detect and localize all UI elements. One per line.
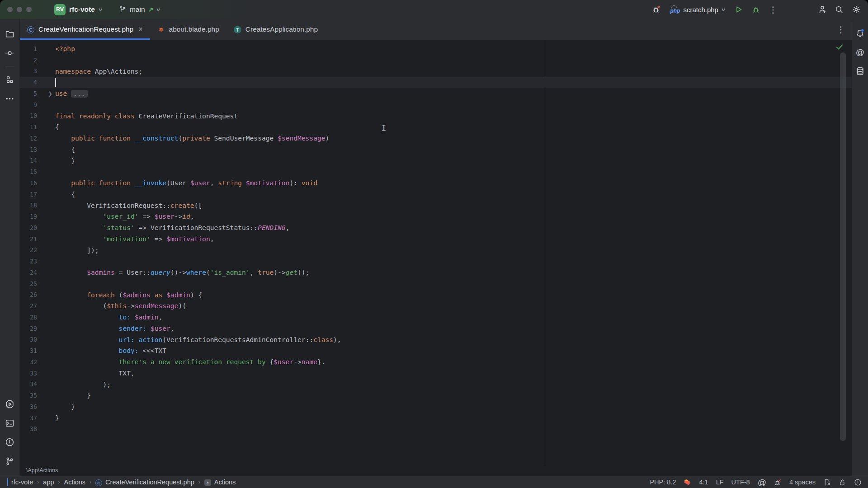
line-number[interactable]: 37: [20, 415, 45, 422]
code-line[interactable]: 27 ($this->sendMessage)(: [20, 300, 852, 312]
code-line[interactable]: 16 public function __invoke(User $user, …: [20, 178, 852, 189]
close-icon[interactable]: ×: [138, 25, 142, 33]
inspections-ok-icon[interactable]: [835, 42, 844, 52]
line-number[interactable]: 17: [20, 191, 45, 198]
fold-arrow-icon[interactable]: ❯: [45, 91, 55, 97]
breadcrumb-item[interactable]: Actions: [64, 479, 86, 486]
line-number[interactable]: 22: [20, 247, 45, 253]
code-line[interactable]: 32 There's a new verification request by…: [20, 357, 852, 368]
breadcrumb-item[interactable]: cActions: [204, 479, 236, 486]
line-number[interactable]: 21: [20, 236, 45, 243]
tab-about.blade.php[interactable]: about.blade.php: [150, 19, 226, 40]
line-number[interactable]: 31: [20, 347, 45, 354]
code-line[interactable]: 21 'motivation' => $motivation,: [20, 234, 852, 245]
code-line[interactable]: 25: [20, 278, 852, 290]
code-line[interactable]: 37}: [20, 413, 852, 424]
code-line[interactable]: 34 );: [20, 379, 852, 390]
line-number[interactable]: 18: [20, 202, 45, 209]
line-number[interactable]: 15: [20, 169, 45, 175]
code-line[interactable]: 10final readonly class CreateVerificatio…: [20, 111, 852, 122]
laravel-idea-icon[interactable]: @: [853, 44, 868, 60]
database-icon[interactable]: [853, 63, 868, 79]
php-version[interactable]: PHP: 8.2: [650, 479, 676, 486]
code-line[interactable]: 5❯use ...: [20, 88, 852, 99]
window-zoom-button[interactable]: [26, 7, 32, 12]
laravel-idea-icon[interactable]: @: [758, 478, 766, 487]
highlighting-level-icon[interactable]: [854, 479, 862, 486]
code-editor[interactable]: 1<?php23namespace App\Actions;45❯use ...…: [20, 40, 852, 465]
code-line[interactable]: 36 }: [20, 401, 852, 413]
line-number[interactable]: 19: [20, 213, 45, 220]
breadcrumb-item[interactable]: app: [43, 479, 54, 486]
run-configuration-selector[interactable]: php scratch.php ∨: [670, 5, 725, 14]
file-encoding[interactable]: UTF-8: [731, 479, 750, 486]
structure-icon[interactable]: [2, 72, 18, 87]
caret-position[interactable]: 4:1: [699, 479, 708, 486]
line-number[interactable]: 3: [20, 68, 45, 75]
line-number[interactable]: 14: [20, 157, 45, 164]
indent-style[interactable]: 4 spaces: [789, 479, 816, 486]
code-line[interactable]: 2: [20, 55, 852, 66]
code-line[interactable]: 22 ]);: [20, 245, 852, 256]
code-line[interactable]: 35 }: [20, 390, 852, 401]
line-number[interactable]: 33: [20, 370, 45, 377]
line-number[interactable]: 5: [20, 90, 45, 97]
line-number[interactable]: 25: [20, 281, 45, 287]
line-number[interactable]: 35: [20, 392, 45, 399]
code-line[interactable]: 12 public function __construct(private S…: [20, 133, 852, 144]
laravel-icon[interactable]: [684, 479, 691, 486]
code-line[interactable]: 3namespace App\Actions;: [20, 66, 852, 77]
version-control-icon[interactable]: [2, 453, 18, 469]
services-icon[interactable]: [2, 396, 18, 412]
run-icon[interactable]: [732, 3, 745, 16]
inspections-settings-icon[interactable]: [823, 479, 831, 486]
debug-icon[interactable]: [750, 3, 762, 16]
line-number[interactable]: 20: [20, 225, 45, 231]
code-line[interactable]: 19 'user_id' => $user->id,: [20, 211, 852, 222]
line-separator[interactable]: LF: [716, 479, 724, 486]
line-number[interactable]: 11: [20, 124, 45, 131]
search-everywhere-icon[interactable]: [833, 3, 845, 16]
breadcrumb-item[interactable]: CCreateVerificationRequest.php: [95, 479, 194, 486]
line-number[interactable]: 2: [20, 57, 45, 64]
project-widget[interactable]: RV rfc-vote ∨: [54, 4, 102, 15]
code-line[interactable]: 24 $admins = User::query()->where('is_ad…: [20, 267, 852, 278]
code-line[interactable]: 4: [20, 77, 852, 88]
tab-CreatesApplication.php[interactable]: T CreatesApplication.php: [226, 19, 325, 40]
line-number[interactable]: 26: [20, 291, 45, 298]
terminal-icon[interactable]: [2, 415, 18, 431]
line-number[interactable]: 38: [20, 426, 45, 432]
line-number[interactable]: 29: [20, 325, 45, 332]
code-line[interactable]: 18 VerificationRequest::create([: [20, 200, 852, 211]
line-number[interactable]: 30: [20, 336, 45, 343]
line-number[interactable]: 23: [20, 258, 45, 265]
tab-options-icon[interactable]: ⋮: [835, 23, 847, 36]
code-line[interactable]: 38: [20, 424, 852, 435]
commit-icon[interactable]: [2, 45, 18, 61]
writable-file-icon[interactable]: [839, 479, 846, 486]
line-number[interactable]: 9: [20, 102, 45, 108]
code-line[interactable]: 20 'status' => VerificationRequestStatus…: [20, 222, 852, 234]
code-line[interactable]: 14 }: [20, 155, 852, 167]
line-number[interactable]: 34: [20, 381, 45, 388]
line-number[interactable]: 16: [20, 180, 45, 187]
tab-CreateVerificationRequest.php[interactable]: C CreateVerificationRequest.php×: [20, 19, 150, 40]
project-icon[interactable]: [2, 26, 18, 42]
code-line[interactable]: 31 body: <<<TXT: [20, 345, 852, 357]
notifications-icon[interactable]: [853, 25, 868, 41]
code-line[interactable]: 15: [20, 166, 852, 178]
line-number[interactable]: 10: [20, 113, 45, 119]
more-toolwindows-icon[interactable]: [2, 91, 18, 106]
code-line[interactable]: 1<?php: [20, 43, 852, 55]
code-line[interactable]: 26 foreach ($admins as $admin) {: [20, 290, 852, 301]
code-line[interactable]: 29 sender: $user,: [20, 323, 852, 334]
code-line[interactable]: 28 to: $admin,: [20, 312, 852, 323]
code-line[interactable]: 9: [20, 99, 852, 111]
more-vertical-icon[interactable]: ⋮: [767, 3, 779, 16]
problems-icon[interactable]: [2, 434, 18, 450]
line-number[interactable]: 32: [20, 359, 45, 366]
branch-widget[interactable]: main ↗ ∨: [118, 5, 160, 14]
code-line[interactable]: 13 {: [20, 144, 852, 155]
code-line[interactable]: 33 TXT,: [20, 368, 852, 379]
code-with-me-icon[interactable]: [816, 3, 828, 16]
